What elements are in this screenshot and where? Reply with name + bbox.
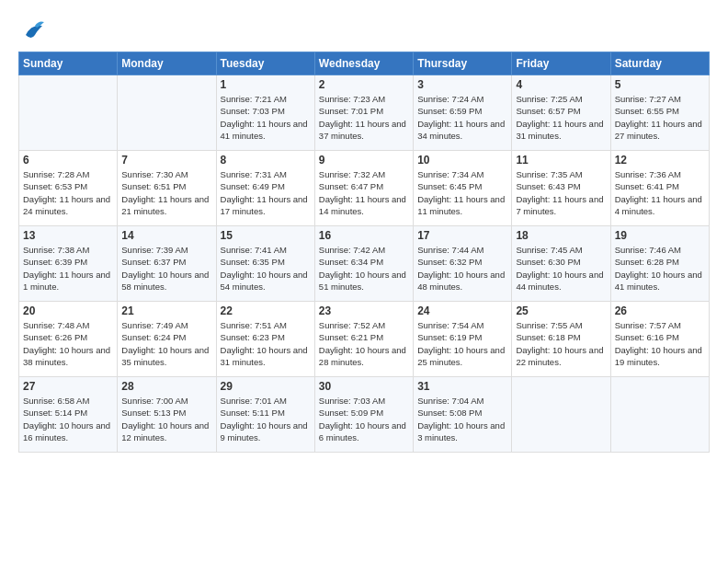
day-info: Sunrise: 7:45 AMSunset: 6:30 PMDaylight:… [516,244,606,293]
day-info: Sunrise: 7:24 AMSunset: 6:59 PMDaylight:… [417,93,507,142]
header-cell-sunday: Sunday [19,52,118,75]
calendar-cell [118,75,216,151]
week-row-2: 6Sunrise: 7:28 AMSunset: 6:53 PMDaylight… [19,151,710,226]
calendar-cell: 17Sunrise: 7:44 AMSunset: 6:32 PMDayligh… [414,226,512,302]
day-info: Sunrise: 7:42 AMSunset: 6:34 PMDaylight:… [319,244,409,293]
day-number: 25 [516,304,606,317]
calendar-cell: 12Sunrise: 7:36 AMSunset: 6:41 PMDayligh… [610,151,709,226]
day-number: 16 [319,229,409,242]
day-info: Sunrise: 7:41 AMSunset: 6:35 PMDaylight:… [221,244,311,293]
calendar-cell: 27Sunrise: 6:58 AMSunset: 5:14 PMDayligh… [19,377,118,453]
day-info: Sunrise: 7:34 AMSunset: 6:45 PMDaylight:… [417,168,507,217]
calendar-cell: 11Sunrise: 7:35 AMSunset: 6:43 PMDayligh… [512,151,610,226]
header-cell-thursday: Thursday [414,52,512,75]
day-number: 30 [319,380,409,393]
calendar-cell: 9Sunrise: 7:32 AMSunset: 6:47 PMDaylight… [314,151,413,226]
day-info: Sunrise: 7:03 AMSunset: 5:09 PMDaylight:… [319,395,409,443]
day-number: 2 [319,78,409,91]
day-number: 14 [121,229,211,242]
header-cell-tuesday: Tuesday [216,52,314,75]
calendar-cell: 18Sunrise: 7:45 AMSunset: 6:30 PMDayligh… [512,226,610,302]
header-row: SundayMondayTuesdayWednesdayThursdayFrid… [19,52,710,75]
calendar-cell: 7Sunrise: 7:30 AMSunset: 6:51 PMDaylight… [118,151,216,226]
day-info: Sunrise: 7:46 AMSunset: 6:28 PMDaylight:… [615,244,705,293]
calendar-cell: 4Sunrise: 7:25 AMSunset: 6:57 PMDaylight… [512,75,610,151]
day-info: Sunrise: 7:36 AMSunset: 6:41 PMDaylight:… [615,168,705,217]
calendar-cell: 14Sunrise: 7:39 AMSunset: 6:37 PMDayligh… [118,226,216,302]
week-row-3: 13Sunrise: 7:38 AMSunset: 6:39 PMDayligh… [19,226,710,302]
day-number: 7 [121,154,211,167]
day-info: Sunrise: 6:58 AMSunset: 5:14 PMDaylight:… [23,395,113,443]
logo-icon [18,17,48,46]
day-number: 3 [417,78,507,91]
calendar-cell: 25Sunrise: 7:55 AMSunset: 6:18 PMDayligh… [512,302,610,377]
day-number: 12 [615,154,705,167]
day-number: 26 [615,304,705,317]
calendar-cell: 23Sunrise: 7:52 AMSunset: 6:21 PMDayligh… [314,302,413,377]
day-info: Sunrise: 7:00 AMSunset: 5:13 PMDaylight:… [121,395,211,443]
day-info: Sunrise: 7:57 AMSunset: 6:16 PMDaylight:… [615,319,705,368]
calendar-cell: 13Sunrise: 7:38 AMSunset: 6:39 PMDayligh… [19,226,118,302]
day-info: Sunrise: 7:51 AMSunset: 6:23 PMDaylight:… [221,319,311,368]
calendar-cell: 5Sunrise: 7:27 AMSunset: 6:55 PMDaylight… [610,75,709,151]
week-row-4: 20Sunrise: 7:48 AMSunset: 6:26 PMDayligh… [19,302,710,377]
calendar-cell: 21Sunrise: 7:49 AMSunset: 6:24 PMDayligh… [118,302,216,377]
day-number: 28 [121,380,211,393]
calendar-cell: 3Sunrise: 7:24 AMSunset: 6:59 PMDaylight… [414,75,512,151]
calendar-cell [512,377,610,453]
day-number: 10 [417,154,507,167]
calendar-cell: 29Sunrise: 7:01 AMSunset: 5:11 PMDayligh… [216,377,314,453]
calendar-cell: 31Sunrise: 7:04 AMSunset: 5:08 PMDayligh… [414,377,512,453]
day-number: 18 [516,229,606,242]
day-info: Sunrise: 7:31 AMSunset: 6:49 PMDaylight:… [221,168,311,217]
day-info: Sunrise: 7:48 AMSunset: 6:26 PMDaylight:… [23,319,113,368]
calendar-cell: 15Sunrise: 7:41 AMSunset: 6:35 PMDayligh… [216,226,314,302]
calendar-cell: 8Sunrise: 7:31 AMSunset: 6:49 PMDaylight… [216,151,314,226]
day-info: Sunrise: 7:30 AMSunset: 6:51 PMDaylight:… [121,168,211,217]
day-number: 20 [23,304,113,317]
calendar-cell [610,377,709,453]
calendar-cell: 19Sunrise: 7:46 AMSunset: 6:28 PMDayligh… [610,226,709,302]
week-row-5: 27Sunrise: 6:58 AMSunset: 5:14 PMDayligh… [19,377,710,453]
header-cell-saturday: Saturday [610,52,709,75]
day-info: Sunrise: 7:49 AMSunset: 6:24 PMDaylight:… [121,319,211,368]
day-info: Sunrise: 7:23 AMSunset: 7:01 PMDaylight:… [319,93,409,142]
calendar-cell: 24Sunrise: 7:54 AMSunset: 6:19 PMDayligh… [414,302,512,377]
logo [18,17,51,46]
day-number: 1 [221,78,311,91]
day-number: 31 [417,380,507,393]
page: SundayMondayTuesdayWednesdayThursdayFrid… [0,0,728,462]
day-number: 11 [516,154,606,167]
header [18,17,710,46]
calendar-cell: 1Sunrise: 7:21 AMSunset: 7:03 PMDaylight… [216,75,314,151]
calendar-cell: 30Sunrise: 7:03 AMSunset: 5:09 PMDayligh… [314,377,413,453]
day-number: 21 [121,304,211,317]
day-info: Sunrise: 7:54 AMSunset: 6:19 PMDaylight:… [417,319,507,368]
day-info: Sunrise: 7:01 AMSunset: 5:11 PMDaylight:… [221,395,311,443]
day-number: 23 [319,304,409,317]
day-number: 19 [615,229,705,242]
day-info: Sunrise: 7:55 AMSunset: 6:18 PMDaylight:… [516,319,606,368]
calendar-cell: 26Sunrise: 7:57 AMSunset: 6:16 PMDayligh… [610,302,709,377]
day-info: Sunrise: 7:25 AMSunset: 6:57 PMDaylight:… [516,93,606,142]
calendar-cell: 28Sunrise: 7:00 AMSunset: 5:13 PMDayligh… [118,377,216,453]
calendar-cell: 16Sunrise: 7:42 AMSunset: 6:34 PMDayligh… [314,226,413,302]
calendar-cell: 2Sunrise: 7:23 AMSunset: 7:01 PMDaylight… [314,75,413,151]
week-row-1: 1Sunrise: 7:21 AMSunset: 7:03 PMDaylight… [19,75,710,151]
day-info: Sunrise: 7:38 AMSunset: 6:39 PMDaylight:… [23,244,113,293]
calendar-cell: 20Sunrise: 7:48 AMSunset: 6:26 PMDayligh… [19,302,118,377]
day-number: 5 [615,78,705,91]
day-info: Sunrise: 7:44 AMSunset: 6:32 PMDaylight:… [417,244,507,293]
day-info: Sunrise: 7:32 AMSunset: 6:47 PMDaylight:… [319,168,409,217]
day-info: Sunrise: 7:27 AMSunset: 6:55 PMDaylight:… [615,93,705,142]
day-number: 8 [221,154,311,167]
day-number: 22 [221,304,311,317]
day-number: 27 [23,380,113,393]
calendar-cell [19,75,118,151]
day-info: Sunrise: 7:21 AMSunset: 7:03 PMDaylight:… [221,93,311,142]
header-cell-monday: Monday [118,52,216,75]
day-info: Sunrise: 7:04 AMSunset: 5:08 PMDaylight:… [417,395,507,443]
day-info: Sunrise: 7:35 AMSunset: 6:43 PMDaylight:… [516,168,606,217]
calendar-table: SundayMondayTuesdayWednesdayThursdayFrid… [18,52,710,453]
header-cell-friday: Friday [512,52,610,75]
